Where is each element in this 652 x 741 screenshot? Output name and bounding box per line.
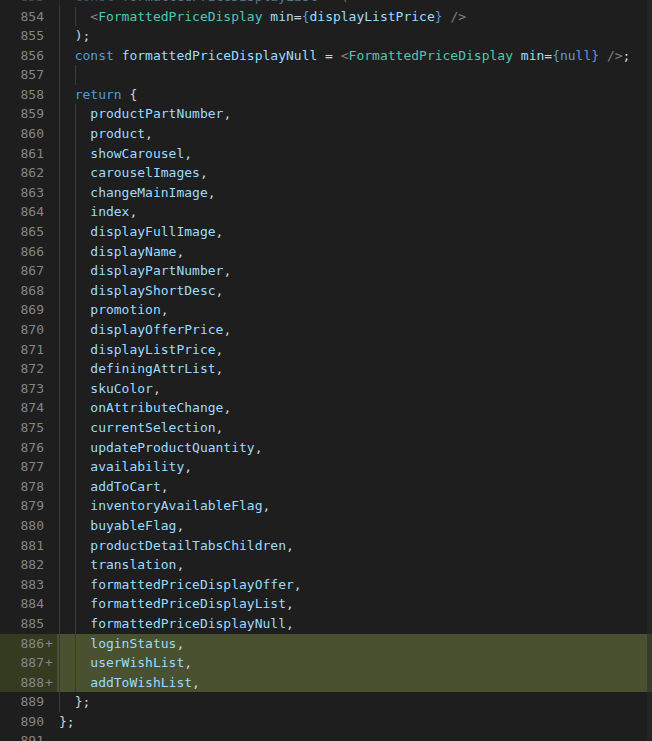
line-number-gutter[interactable]: 881 <box>0 536 57 556</box>
code-line[interactable]: 862 carouselImages, <box>0 163 652 183</box>
code-line[interactable]: 860 product, <box>0 124 652 144</box>
line-number-gutter[interactable]: 876 <box>0 438 57 458</box>
code-content[interactable]: skuColor, <box>57 379 652 399</box>
code-line[interactable]: 868 displayShortDesc, <box>0 281 652 301</box>
code-line[interactable]: 873 skuColor, <box>0 379 652 399</box>
code-content[interactable] <box>57 731 652 741</box>
line-number-gutter[interactable]: 861 <box>0 144 57 164</box>
code-content[interactable]: changeMainImage, <box>57 183 652 203</box>
line-number-gutter[interactable]: 887+ <box>0 653 57 673</box>
line-number-gutter[interactable]: 890 <box>0 712 57 732</box>
scrollbar[interactable] <box>647 0 652 741</box>
line-number-gutter[interactable]: 853 <box>0 0 57 7</box>
code-line[interactable]: 866 displayName, <box>0 242 652 262</box>
line-number-gutter[interactable]: 885 <box>0 614 57 634</box>
line-number-gutter[interactable]: 860 <box>0 124 57 144</box>
code-line[interactable]: 879 inventoryAvailableFlag, <box>0 496 652 516</box>
line-number-gutter[interactable]: 866 <box>0 242 57 262</box>
line-number-gutter[interactable]: 865 <box>0 222 57 242</box>
line-number-gutter[interactable]: 859 <box>0 104 57 124</box>
code-line[interactable]: 874 onAttributeChange, <box>0 398 652 418</box>
line-number-gutter[interactable]: 858 <box>0 85 57 105</box>
code-content[interactable]: currentSelection, <box>57 418 652 438</box>
code-line[interactable]: 880 buyableFlag, <box>0 516 652 536</box>
code-content[interactable]: displayOfferPrice, <box>57 320 652 340</box>
code-line[interactable]: 858 return { <box>0 85 652 105</box>
code-line[interactable]: 890}; <box>0 712 652 732</box>
code-content[interactable]: availability, <box>57 457 652 477</box>
code-content[interactable]: displayListPrice, <box>57 340 652 360</box>
code-line[interactable]: 884 formattedPriceDisplayList, <box>0 594 652 614</box>
code-line[interactable]: 865 displayFullImage, <box>0 222 652 242</box>
code-line[interactable]: 889 }; <box>0 692 652 712</box>
code-content[interactable]: formattedPriceDisplayOffer, <box>57 575 652 595</box>
code-content[interactable]: inventoryAvailableFlag, <box>57 496 652 516</box>
code-content[interactable]: productDetailTabsChildren, <box>57 536 652 556</box>
line-number-gutter[interactable]: 886+ <box>0 634 57 654</box>
code-content[interactable]: }; <box>57 712 652 732</box>
code-content[interactable]: onAttributeChange, <box>57 398 652 418</box>
line-number-gutter[interactable]: 867 <box>0 261 57 281</box>
code-line[interactable]: 871 displayListPrice, <box>0 340 652 360</box>
code-content[interactable]: productPartNumber, <box>57 104 652 124</box>
code-line[interactable]: 854 <FormattedPriceDisplay min={displayL… <box>0 7 652 27</box>
code-content[interactable]: return { <box>57 85 652 105</box>
code-content[interactable]: promotion, <box>57 300 652 320</box>
code-content[interactable]: displayPartNumber, <box>57 261 652 281</box>
code-line[interactable]: 891 <box>0 731 652 741</box>
code-content[interactable]: ); <box>57 26 652 46</box>
code-content[interactable]: loginStatus, <box>57 634 652 654</box>
code-content[interactable]: addToWishList, <box>57 673 652 693</box>
line-number-gutter[interactable]: 870 <box>0 320 57 340</box>
line-number-gutter[interactable]: 880 <box>0 516 57 536</box>
line-number-gutter[interactable]: 878 <box>0 477 57 497</box>
code-line[interactable]: 870 displayOfferPrice, <box>0 320 652 340</box>
code-line[interactable]: 863 changeMainImage, <box>0 183 652 203</box>
code-content[interactable]: product, <box>57 124 652 144</box>
line-number-gutter[interactable]: 857 <box>0 65 57 85</box>
code-line[interactable]: 888+ addToWishList, <box>0 673 652 693</box>
line-number-gutter[interactable]: 891 <box>0 731 57 741</box>
code-line[interactable]: 872 definingAttrList, <box>0 359 652 379</box>
line-number-gutter[interactable]: 874 <box>0 398 57 418</box>
line-number-gutter[interactable]: 855 <box>0 26 57 46</box>
line-number-gutter[interactable]: 873 <box>0 379 57 399</box>
code-content[interactable]: <FormattedPriceDisplay min={displayListP… <box>57 7 652 27</box>
code-content[interactable]: translation, <box>57 555 652 575</box>
line-number-gutter[interactable]: 869 <box>0 300 57 320</box>
code-line[interactable]: 864 index, <box>0 202 652 222</box>
code-content[interactable]: updateProductQuantity, <box>57 438 652 458</box>
code-content[interactable]: const formattedPriceDisplayNull = <Forma… <box>57 46 652 66</box>
code-line[interactable]: 867 displayPartNumber, <box>0 261 652 281</box>
code-line[interactable]: 859 productPartNumber, <box>0 104 652 124</box>
line-number-gutter[interactable]: 884 <box>0 594 57 614</box>
code-line[interactable]: 855 ); <box>0 26 652 46</box>
line-number-gutter[interactable]: 863 <box>0 183 57 203</box>
code-line[interactable]: 856 const formattedPriceDisplayNull = <F… <box>0 46 652 66</box>
code-line[interactable]: 882 translation, <box>0 555 652 575</box>
code-line[interactable]: 881 productDetailTabsChildren, <box>0 536 652 556</box>
line-number-gutter[interactable]: 868 <box>0 281 57 301</box>
line-number-gutter[interactable]: 888+ <box>0 673 57 693</box>
line-number-gutter[interactable]: 882 <box>0 555 57 575</box>
code-line[interactable]: 886+ loginStatus, <box>0 634 652 654</box>
line-number-gutter[interactable]: 877 <box>0 457 57 477</box>
line-number-gutter[interactable]: 879 <box>0 496 57 516</box>
code-line[interactable]: 861 showCarousel, <box>0 144 652 164</box>
code-line[interactable]: 875 currentSelection, <box>0 418 652 438</box>
code-content[interactable]: }; <box>57 692 652 712</box>
code-line[interactable]: 876 updateProductQuantity, <box>0 438 652 458</box>
code-content[interactable]: displayName, <box>57 242 652 262</box>
code-line[interactable]: 869 promotion, <box>0 300 652 320</box>
line-number-gutter[interactable]: 883 <box>0 575 57 595</box>
line-number-gutter[interactable]: 889 <box>0 692 57 712</box>
line-number-gutter[interactable]: 854 <box>0 7 57 27</box>
code-content[interactable] <box>57 65 652 85</box>
line-number-gutter[interactable]: 862 <box>0 163 57 183</box>
code-line[interactable]: 878 addToCart, <box>0 477 652 497</box>
line-number-gutter[interactable]: 864 <box>0 202 57 222</box>
code-line[interactable]: 883 formattedPriceDisplayOffer, <box>0 575 652 595</box>
code-content[interactable]: showCarousel, <box>57 144 652 164</box>
code-content[interactable]: formattedPriceDisplayList, <box>57 594 652 614</box>
code-content[interactable]: index, <box>57 202 652 222</box>
